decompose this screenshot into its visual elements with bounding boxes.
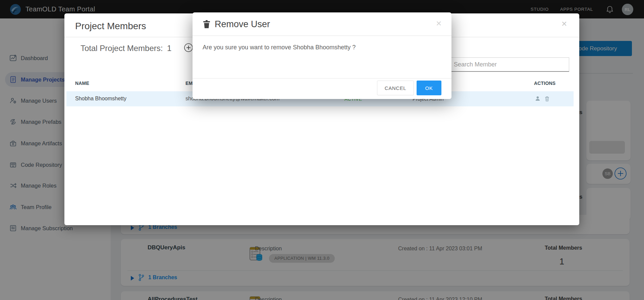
member-name: Shobha Bhoomshetty xyxy=(75,96,126,102)
modal-title: Project Members xyxy=(75,21,146,32)
search-member-input[interactable] xyxy=(449,57,569,72)
remove-user-modal: Remove User × Are you sure you want to r… xyxy=(193,12,451,99)
add-member-plus-icon[interactable] xyxy=(184,43,193,52)
trash-icon xyxy=(203,20,211,29)
close-icon[interactable]: × xyxy=(561,19,567,28)
app-root: TeamOLD Team Portal STUDIO APPS PORTAL R… xyxy=(0,0,644,300)
close-icon[interactable]: × xyxy=(436,19,441,28)
column-header-actions: ACTIONS xyxy=(534,81,555,86)
remove-modal-title: Remove User xyxy=(215,19,270,30)
confirmation-message: Are you sure you want to remove Shobha B… xyxy=(203,44,356,51)
cancel-button[interactable]: CANCEL xyxy=(377,81,414,95)
total-members-label: Total Project Members: xyxy=(80,44,163,53)
remove-modal-footer-divider xyxy=(193,78,451,79)
total-members-value: 1 xyxy=(167,44,171,53)
column-header-name: NAME xyxy=(75,81,89,86)
edit-member-icon[interactable] xyxy=(535,96,541,102)
delete-member-trash-icon[interactable] xyxy=(544,96,550,102)
ok-button[interactable]: OK xyxy=(417,81,441,95)
remove-modal-header: Remove User × xyxy=(193,12,451,36)
